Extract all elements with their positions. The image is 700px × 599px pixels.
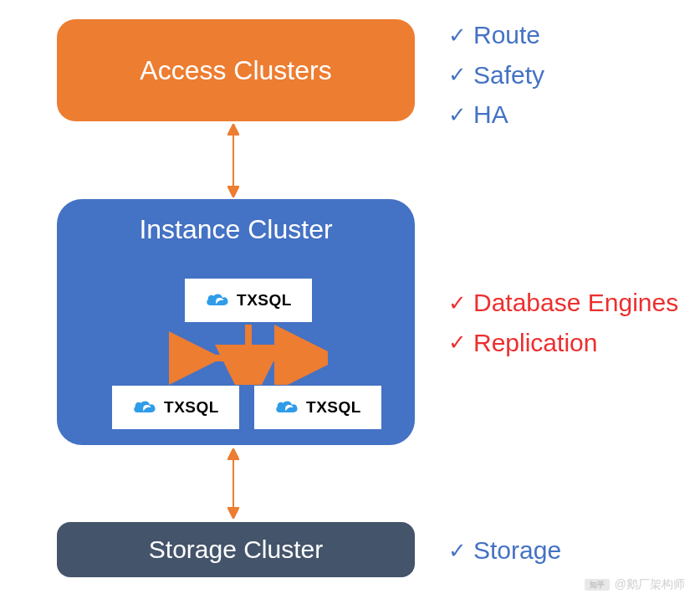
access-clusters-title: Access Clusters [140,55,331,86]
check-icon: ✓ [448,292,467,314]
instance-cluster-title: Instance Cluster [57,214,415,245]
txsql-badge-primary: TXSQL [185,279,312,322]
check-icon: ✓ [448,104,467,125]
features-storage-list: ✓ Storage [448,532,561,572]
feature-item: ✓ HA [448,96,544,133]
check-icon: ✓ [448,64,467,85]
storage-cluster-box: Storage Cluster [57,522,415,577]
cloud-icon [205,291,230,310]
txsql-label: TXSQL [306,398,361,417]
feature-item: ✓ Replication [448,325,678,361]
txsql-badge-replica-2: TXSQL [254,386,381,429]
feature-item: ✓ Route [448,17,544,54]
arrow-instance-to-storage [232,448,234,519]
arrow-access-to-instance [232,124,234,197]
txsql-label: TXSQL [237,291,292,310]
storage-cluster-title: Storage Cluster [149,535,323,564]
diagram-root: Access Clusters Instance Cluster [0,0,700,599]
feature-label: Route [473,17,540,54]
check-icon: ✓ [448,24,467,46]
feature-label: Storage [473,532,561,569]
features-access-list: ✓ Route ✓ Safety ✓ HA [448,17,544,136]
zhihu-logo-icon: 知乎 [585,579,610,591]
cloud-icon [274,398,299,417]
access-clusters-box: Access Clusters [57,19,415,121]
check-icon: ✓ [448,540,467,561]
watermark: 知乎 @鹅厂架构师 [585,577,685,592]
feature-label: Replication [473,325,597,361]
feature-item: ✓ Storage [448,532,561,569]
txsql-label: TXSQL [164,398,219,417]
check-icon: ✓ [448,331,467,353]
feature-label: Safety [473,57,544,94]
cloud-icon [132,398,157,417]
feature-item: ✓ Database Engines [448,284,678,321]
txsql-badge-replica-1: TXSQL [112,386,239,429]
feature-item: ✓ Safety [448,57,544,94]
features-instance-list: ✓ Database Engines ✓ Replication [448,284,678,364]
watermark-text: @鹅厂架构师 [615,577,685,592]
feature-label: Database Engines [473,284,678,321]
feature-label: HA [473,96,508,133]
replication-arrows [169,325,328,385]
